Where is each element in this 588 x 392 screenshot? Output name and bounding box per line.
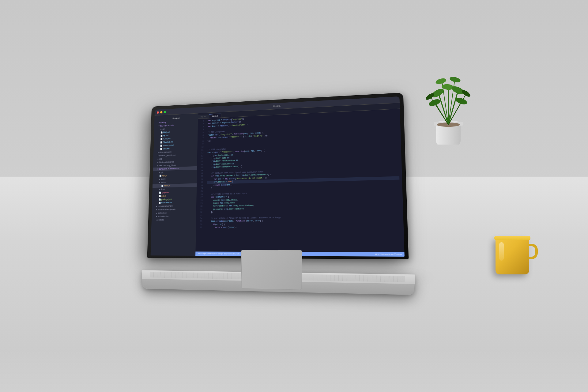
sidebar-item-portfolio[interactable]: ▸ portfolio <box>152 218 196 222</box>
scene: Deloitte. Project ▾ Coding ▾ 100-days-of… <box>0 0 588 392</box>
screen-body: Project ▾ Coding ▾ 100-days-of-code ▸ .g… <box>151 103 405 257</box>
code-editor: 1234 5678 9101112 13141516 17181920 2122… <box>195 109 404 252</box>
yellow-mug <box>496 238 529 274</box>
laptop-base <box>141 270 415 295</box>
svg-point-18 <box>435 77 447 85</box>
plant <box>415 59 482 146</box>
tab-index-js[interactable]: index.js <box>209 114 221 118</box>
code-editor-area: log.md index.js 1234 5678 9101112 131415… <box>195 103 405 257</box>
laptop-trackpad[interactable] <box>241 250 302 290</box>
laptop-screen: Deloitte. Project ▾ Coding ▾ 100-days-of… <box>151 96 405 257</box>
maximize-dot[interactable] <box>164 111 166 113</box>
plant-svg <box>415 59 482 145</box>
mug-container <box>496 238 529 274</box>
screen-content: Deloitte. Project ▾ Coding ▾ 100-days-of… <box>151 96 405 257</box>
code-content[interactable]: var express = require('express'); var ro… <box>204 109 405 252</box>
mug-reflection <box>499 242 504 261</box>
desk-reflection <box>0 349 588 392</box>
close-dot[interactable] <box>157 111 159 113</box>
status-info: LF UTF-8 JavaScript ⓘ 0 files <box>375 253 402 256</box>
minimize-dot[interactable] <box>160 111 162 113</box>
svg-line-6 <box>448 92 458 125</box>
tab-log-md[interactable]: log.md <box>198 115 209 119</box>
file-explorer-sidebar: Project ▾ Coding ▾ 100-days-of-code ▸ .g… <box>151 113 198 256</box>
svg-line-4 <box>439 96 448 125</box>
status-path: JavaScript-Authentication-Mongo-Express/… <box>198 253 245 254</box>
laptop: Deloitte. Project ▾ Coding ▾ 100-days-of… <box>140 93 415 307</box>
laptop-lid: Deloitte. Project ▾ Coding ▾ 100-days-of… <box>147 92 409 259</box>
mug-rim <box>494 236 530 240</box>
svg-point-19 <box>449 76 461 84</box>
svg-point-16 <box>428 98 442 107</box>
mug-handle <box>529 244 538 259</box>
